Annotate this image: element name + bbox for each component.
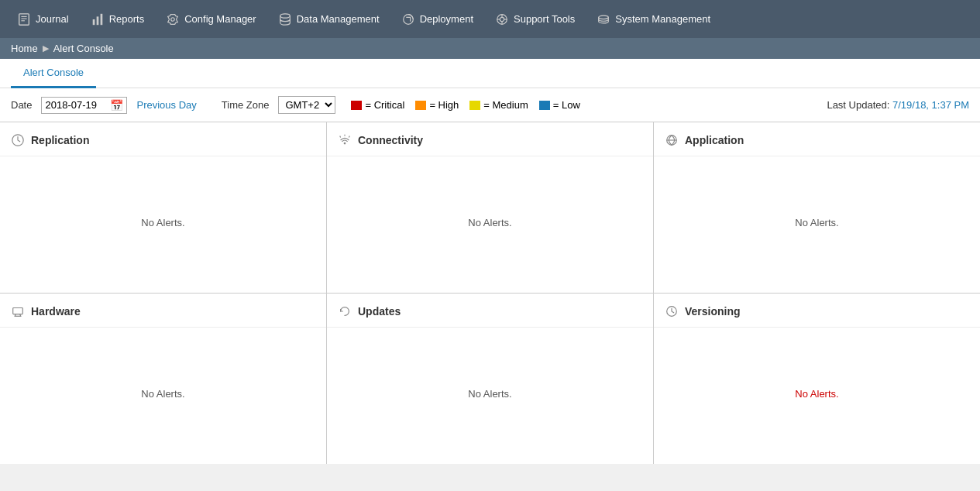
panel-versioning: Versioning No Alerts. [654, 294, 980, 464]
panel-application-title: Application [685, 134, 744, 146]
svg-point-18 [344, 142, 346, 145]
svg-point-17 [599, 15, 609, 19]
hardware-alert-text: No Alerts. [141, 388, 184, 400]
panel-hardware-header: Hardware [0, 294, 326, 328]
panel-application: Application No Alerts. [654, 122, 980, 293]
last-updated: Last Updated: 7/19/18, 1:37 PM [827, 99, 969, 111]
breadcrumb-home[interactable]: Home [11, 43, 38, 54]
legend-low-label: = Low [553, 99, 580, 111]
date-label: Date [11, 99, 32, 111]
svg-rect-4 [92, 19, 95, 25]
hardware-icon [11, 303, 25, 319]
panel-versioning-body: No Alerts. [654, 328, 980, 459]
support-icon [495, 12, 509, 26]
legend-group: = Critical = High = Medium = Low [351, 99, 579, 111]
connectivity-alert-text: No Alerts. [468, 217, 511, 228]
nav-label-system-management: System Management [615, 13, 710, 25]
panel-connectivity-title: Connectivity [358, 134, 423, 146]
last-updated-value: 7/19/18, 1:37 PM [892, 99, 969, 111]
panel-updates-title: Updates [358, 305, 401, 318]
svg-point-9 [280, 14, 290, 18]
versioning-alert-text: No Alerts. [795, 388, 838, 400]
nav-label-journal: Journal [36, 13, 69, 25]
flag-medium-icon [469, 101, 480, 110]
flag-critical-icon [351, 101, 362, 110]
panel-updates: Updates No Alerts. [327, 294, 653, 464]
panel-connectivity: Connectivity No Alerts. [327, 122, 653, 293]
calendar-icon[interactable]: 📅 [110, 99, 123, 112]
legend-critical-label: = Critical [365, 99, 404, 111]
nav-label-reports: Reports [109, 13, 145, 25]
nav-item-deployment[interactable]: Deployment [392, 7, 483, 31]
data-icon [278, 12, 292, 26]
svg-rect-0 [19, 14, 29, 25]
panel-replication-title: Replication [31, 134, 89, 146]
replication-icon [11, 132, 25, 148]
updates-icon [338, 303, 352, 319]
versioning-icon [665, 303, 679, 319]
panel-connectivity-body: No Alerts. [327, 156, 653, 288]
legend-low: = Low [539, 99, 580, 111]
tab-alert-console[interactable]: Alert Console [11, 59, 96, 88]
timezone-select[interactable]: GMT+2 GMT GMT+1 GMT+3 [278, 96, 335, 114]
panel-connectivity-header: Connectivity [327, 122, 653, 156]
updates-alert-text: No Alerts. [468, 388, 511, 400]
panel-application-header: Application [654, 122, 980, 156]
svg-rect-6 [100, 14, 102, 25]
panel-versioning-title: Versioning [685, 305, 741, 318]
panel-replication-body: No Alerts. [0, 156, 326, 288]
top-navigation: Journal Reports Config Manager Data Mana… [0, 0, 980, 38]
date-input[interactable] [45, 99, 107, 111]
system-icon [597, 12, 610, 26]
svg-point-12 [500, 17, 504, 21]
prev-day-link[interactable]: Previous Day [136, 99, 196, 111]
nav-label-data-management: Data Management [297, 13, 380, 25]
nav-label-deployment: Deployment [420, 13, 473, 25]
tabs-bar: Alert Console [0, 59, 980, 88]
panel-hardware-title: Hardware [31, 305, 81, 318]
nav-item-journal[interactable]: Journal [8, 7, 78, 31]
svg-rect-5 [96, 16, 98, 25]
connectivity-icon [338, 132, 352, 148]
journal-icon [17, 12, 31, 26]
nav-item-reports[interactable]: Reports [81, 7, 154, 31]
flag-low-icon [539, 101, 550, 110]
nav-item-system-management[interactable]: System Management [587, 7, 720, 31]
date-input-wrapper: 📅 [41, 97, 127, 114]
legend-high-label: = High [429, 99, 459, 111]
panel-updates-body: No Alerts. [327, 328, 653, 459]
legend-medium: = Medium [469, 99, 528, 111]
breadcrumb-separator: ▶ [43, 43, 49, 53]
last-updated-label: Last Updated: [827, 99, 889, 111]
deployment-icon [401, 12, 415, 26]
panel-updates-header: Updates [327, 294, 653, 328]
filter-bar: Date 📅 Previous Day Time Zone GMT+2 GMT … [0, 88, 980, 122]
panel-application-body: No Alerts. [654, 156, 980, 288]
legend-medium-label: = Medium [483, 99, 528, 111]
panel-replication: Replication No Alerts. [0, 122, 326, 293]
config-icon [166, 12, 180, 26]
reports-icon [91, 12, 105, 26]
nav-label-support-tools: Support Tools [514, 13, 575, 25]
legend-high: = High [415, 99, 459, 111]
nav-label-config-manager: Config Manager [184, 13, 256, 25]
replication-alert-text: No Alerts. [141, 217, 184, 228]
nav-item-config-manager[interactable]: Config Manager [156, 7, 266, 31]
alert-grid: Replication No Alerts. Connectivity No A… [0, 122, 980, 464]
breadcrumb: Home ▶ Alert Console [0, 38, 980, 59]
main-content: Alert Console Date 📅 Previous Day Time Z… [0, 59, 980, 464]
svg-point-7 [171, 18, 175, 22]
flag-high-icon [415, 101, 426, 110]
application-alert-text: No Alerts. [795, 217, 838, 228]
panel-replication-header: Replication [0, 122, 326, 156]
legend-critical: = Critical [351, 99, 404, 111]
panel-hardware: Hardware No Alerts. [0, 294, 326, 464]
breadcrumb-current: Alert Console [53, 43, 114, 54]
application-icon [665, 132, 679, 148]
nav-item-support-tools[interactable]: Support Tools [486, 7, 584, 31]
panel-versioning-header: Versioning [654, 294, 980, 328]
nav-item-data-management[interactable]: Data Management [269, 7, 389, 31]
panel-hardware-body: No Alerts. [0, 328, 326, 459]
tz-label: Time Zone [222, 99, 270, 111]
svg-rect-21 [13, 308, 23, 314]
